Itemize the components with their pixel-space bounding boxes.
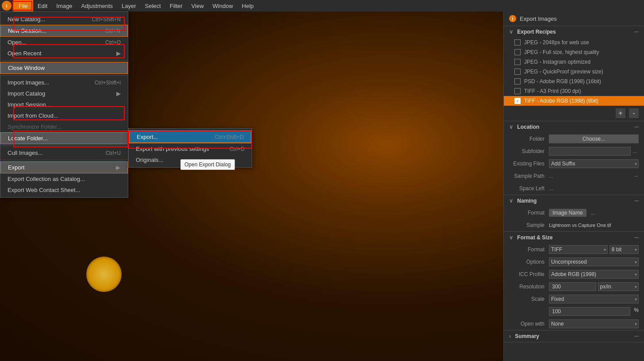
edit-menu-item[interactable]: Edit <box>33 0 52 12</box>
image-menu-item[interactable]: Image <box>52 0 77 12</box>
recipe-jpeg-full[interactable]: JPEG - Full size, highest quality <box>504 47 644 57</box>
close-window-item[interactable]: Close Window <box>0 62 128 74</box>
remove-recipe-button[interactable]: - <box>629 108 639 118</box>
recipe-checkbox <box>514 59 521 65</box>
naming-dots[interactable]: ··· <box>634 198 639 204</box>
chevron-icon: ∨ <box>509 124 513 130</box>
location-section: ∨ Location ··· Folder Choose... Subfolde… <box>504 121 644 195</box>
import-session-item[interactable]: Import Session... <box>0 99 128 110</box>
existing-files-select[interactable]: Add Suffix <box>549 159 639 168</box>
file-menu-item[interactable]: File <box>13 0 33 12</box>
adjustments-menu-item[interactable]: Adjustments <box>77 0 118 12</box>
chevron-icon: ∨ <box>509 234 513 241</box>
naming-sample-row: Sample Lightroom vs Capture One.tif <box>504 219 644 231</box>
options-row: Options Uncompressed <box>504 256 644 268</box>
export-recipes-dots[interactable]: ··· <box>634 29 639 35</box>
chevron-icon: ∨ <box>509 198 513 204</box>
panel-header: i Export Images <box>504 12 644 26</box>
open-item[interactable]: Open... Ctrl+O <box>0 37 128 48</box>
format-badge: Image Name <box>549 209 586 217</box>
summary-section: › Summary ··· <box>504 330 644 342</box>
recipe-jpeg-2048[interactable]: JPEG - 2048px for web use <box>504 38 644 47</box>
view-menu-item[interactable]: View <box>187 0 208 12</box>
recipe-checkbox <box>514 88 521 94</box>
open-recent-item[interactable]: Open Recent ▶ <box>0 48 128 59</box>
scale-row: Scale Fixed <box>504 293 644 305</box>
new-catalog-item[interactable]: New Catalog... Ctrl+Shift+N <box>0 14 128 25</box>
export-prev-item[interactable]: Export with previous settings Ctrl+D <box>129 143 252 154</box>
cull-images-item[interactable]: Cull Images... Ctrl+U <box>0 147 128 158</box>
scale-pct-input[interactable] <box>549 307 630 316</box>
format-select[interactable]: TIFF <box>549 245 608 254</box>
scale-select[interactable]: Fixed <box>549 295 639 303</box>
naming-format-row: Format Image Name ... <box>504 207 644 219</box>
separator-3 <box>0 146 128 146</box>
naming-header[interactable]: ∨ Naming ··· <box>504 195 644 207</box>
select-menu-item[interactable]: Select <box>141 0 165 12</box>
bokeh-circle <box>86 257 122 292</box>
chevron-collapsed-icon: › <box>509 333 511 339</box>
separator-1 <box>0 60 128 61</box>
right-panel: i Export Images ∨ Export Recipes ··· JPE… <box>503 12 644 361</box>
bit-depth-select[interactable]: 8 bit <box>610 245 639 254</box>
naming-section: ∨ Naming ··· Format Image Name ... Sampl… <box>504 195 644 232</box>
export-web-item[interactable]: Export Web Contact Sheet... <box>0 184 128 196</box>
import-images-item[interactable]: Import Images... Ctrl+Shift+i <box>0 77 128 88</box>
naming-format-dots[interactable]: ... <box>589 209 597 217</box>
existing-files-row: Existing Files Add Suffix <box>504 157 644 170</box>
format-row: Format TIFF 8 bit <box>504 243 644 256</box>
window-menu-item[interactable]: Window <box>208 0 238 12</box>
recipe-tiff-8bit[interactable]: TIFF - Adobe RGB (1998) (8bit) <box>504 96 644 106</box>
open-with-select[interactable]: None <box>549 319 639 328</box>
location-dots[interactable]: ··· <box>634 124 639 130</box>
app-logo: i <box>2 1 12 11</box>
locate-folder-item[interactable]: Locate Folder... <box>0 132 128 144</box>
existing-files-select-wrapper: Add Suffix <box>549 159 639 168</box>
file-dropdown: New Catalog... Ctrl+Shift+N New Session.… <box>0 12 128 198</box>
add-recipe-button[interactable]: + <box>616 108 625 118</box>
sample-path-row: Sample Path ... → <box>504 170 644 182</box>
export-recipes-header[interactable]: ∨ Export Recipes ··· <box>504 26 644 38</box>
chevron-icon: ∨ <box>509 29 513 35</box>
choose-folder-button[interactable]: Choose... <box>549 134 639 143</box>
export-item[interactable]: Export ▶ <box>0 161 128 173</box>
recipe-psd-16bit[interactable]: PSD - Adobe RGB (1998) (16bit) <box>504 77 644 86</box>
separator-4 <box>0 160 128 160</box>
recipe-actions: + - <box>504 106 644 121</box>
export-collection-item[interactable]: Export Collection as Catalog... <box>0 173 128 184</box>
summary-header[interactable]: › Summary ··· <box>504 330 644 342</box>
sample-path-arrow: → <box>633 173 639 179</box>
export-recipes-section: ∨ Export Recipes ··· JPEG - 2048px for w… <box>504 26 644 121</box>
format-size-header[interactable]: ∨ Format & Size ··· <box>504 232 644 243</box>
space-left-row: Space Left ... <box>504 182 644 195</box>
icc-select[interactable]: Adobe RGB (1998) <box>549 270 639 279</box>
subfolder-input[interactable] <box>549 147 631 156</box>
recipe-checkbox <box>514 39 521 46</box>
format-size-section: ∨ Format & Size ··· Format TIFF 8 bit <box>504 232 644 330</box>
sync-folder-item: Synchronize Folder... <box>0 121 128 132</box>
filter-menu-item[interactable]: Filter <box>165 0 187 12</box>
resolution-input[interactable] <box>549 282 596 291</box>
format-size-dots[interactable]: ··· <box>634 234 639 241</box>
recipe-jpeg-quickproof[interactable]: JPEG - QuickProof (preview size) <box>504 67 644 77</box>
summary-dots[interactable]: ··· <box>634 333 639 339</box>
subfolder-row: Subfolder ... <box>504 145 644 157</box>
recipe-jpeg-instagram[interactable]: JPEG - Instagram optimized <box>504 57 644 67</box>
scale-pct-row: % <box>504 305 644 318</box>
icc-row: ICC Profile Adobe RGB (1998) <box>504 268 644 280</box>
location-header[interactable]: ∨ Location ··· <box>504 121 644 133</box>
open-with-row: Open with None <box>504 318 644 330</box>
new-session-item[interactable]: New Session... Ctrl+N <box>0 25 128 37</box>
resolution-row: Resolution px/in <box>504 280 644 293</box>
recipe-tiff-a3[interactable]: TIFF - A3 Print (300 dpi) <box>504 86 644 96</box>
options-select[interactable]: Uncompressed <box>549 257 639 266</box>
import-catalog-item[interactable]: Import Catalog ▶ <box>0 88 128 99</box>
resolution-unit-select[interactable]: px/in <box>598 282 639 291</box>
tooltip: Open Export Dialog <box>180 159 235 170</box>
layer-menu-item[interactable]: Layer <box>117 0 141 12</box>
export-dialog-item[interactable]: Export Recipes Export... Ctrl+Shift+D <box>129 131 252 143</box>
subfolder-dots-button[interactable]: ... <box>631 147 639 155</box>
import-cloud-item[interactable]: Import from Cloud... <box>0 110 128 121</box>
recipe-checkbox-active <box>514 98 521 104</box>
help-menu-item[interactable]: Help <box>238 0 258 12</box>
